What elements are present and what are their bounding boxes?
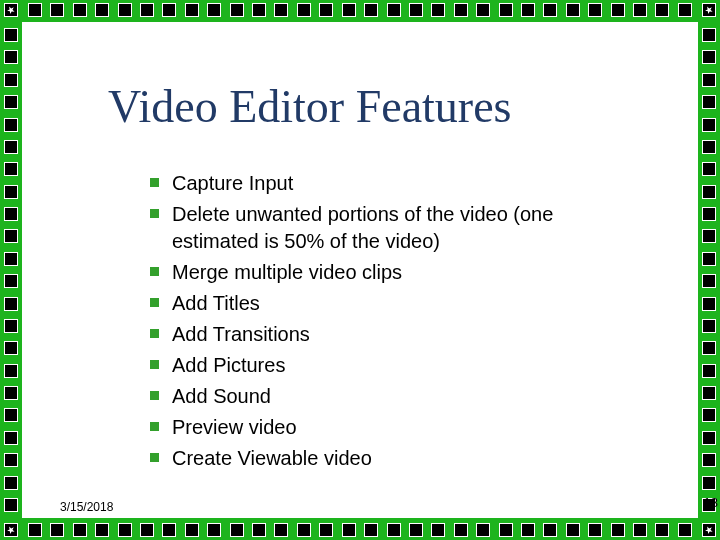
list-item: Add Titles <box>150 290 638 317</box>
sprocket-hole-icon <box>73 3 87 17</box>
bullet-text: Preview video <box>172 416 297 438</box>
sprocket-hole-icon <box>4 408 18 422</box>
sprocket-hole-icon <box>454 3 468 17</box>
sprocket-hole-icon <box>521 523 535 537</box>
sprocket-hole-icon <box>4 73 18 87</box>
corner-icon <box>702 3 716 17</box>
sprocket-hole-icon <box>95 3 109 17</box>
sprocket-hole-icon <box>499 3 513 17</box>
list-item: Preview video <box>150 414 638 441</box>
corner-icon <box>4 3 18 17</box>
sprocket-hole-icon <box>409 523 423 537</box>
sprocket-hole-icon <box>230 3 244 17</box>
sprocket-hole-icon <box>702 386 716 400</box>
bullet-text: Add Sound <box>172 385 271 407</box>
sprocket-hole-icon <box>566 523 580 537</box>
sprocket-hole-icon <box>185 3 199 17</box>
sprocket-hole-icon <box>364 523 378 537</box>
sprocket-hole-icon <box>387 523 401 537</box>
sprocket-hole-icon <box>319 523 333 537</box>
sprocket-hole-icon <box>702 453 716 467</box>
sprocket-hole-icon <box>431 523 445 537</box>
bullet-text: Add Pictures <box>172 354 285 376</box>
sprocket-hole-icon <box>678 523 692 537</box>
sprocket-hole-icon <box>702 50 716 64</box>
sprocket-hole-icon <box>4 341 18 355</box>
sprocket-hole-icon <box>207 3 221 17</box>
sprocket-hole-icon <box>4 386 18 400</box>
sprocket-hole-icon <box>702 319 716 333</box>
sprocket-hole-icon <box>702 431 716 445</box>
sprocket-hole-icon <box>252 523 266 537</box>
list-item: Capture Input <box>150 170 638 197</box>
page-number: 13 <box>704 495 718 510</box>
sprocket-hole-icon <box>633 3 647 17</box>
list-item: Delete unwanted portions of the video (o… <box>150 201 638 255</box>
sprocket-hole-icon <box>655 3 669 17</box>
sprocket-hole-icon <box>230 523 244 537</box>
sprocket-hole-icon <box>387 3 401 17</box>
sprocket-hole-icon <box>140 523 154 537</box>
sprocket-hole-icon <box>454 523 468 537</box>
sprocket-hole-icon <box>342 523 356 537</box>
sprocket-hole-icon <box>702 207 716 221</box>
sprocket-hole-icon <box>4 140 18 154</box>
sprocket-hole-icon <box>702 28 716 42</box>
sprocket-hole-icon <box>702 118 716 132</box>
sprocket-hole-icon <box>274 3 288 17</box>
sprocket-hole-icon <box>364 3 378 17</box>
sprocket-hole-icon <box>4 252 18 266</box>
sprocket-hole-icon <box>4 498 18 512</box>
sprocket-hole-icon <box>633 523 647 537</box>
sprocket-hole-icon <box>702 73 716 87</box>
list-item: Add Transitions <box>150 321 638 348</box>
corner-icon <box>702 523 716 537</box>
sprocket-hole-icon <box>543 3 557 17</box>
list-item: Merge multiple video clips <box>150 259 638 286</box>
bullet-text: Merge multiple video clips <box>172 261 402 283</box>
sprocket-hole-icon <box>28 3 42 17</box>
sprocket-hole-icon <box>702 341 716 355</box>
list-item: Add Pictures <box>150 352 638 379</box>
sprocket-hole-icon <box>274 523 288 537</box>
sprocket-hole-icon <box>4 431 18 445</box>
sprocket-hole-icon <box>543 523 557 537</box>
bullet-text: Delete unwanted portions of the video (o… <box>172 203 553 252</box>
footer-date: 3/15/2018 <box>60 500 113 514</box>
sprocket-hole-icon <box>521 3 535 17</box>
sprocket-hole-icon <box>4 453 18 467</box>
sprocket-hole-icon <box>162 3 176 17</box>
sprocket-hole-icon <box>4 118 18 132</box>
sprocket-hole-icon <box>4 28 18 42</box>
sprocket-hole-icon <box>297 3 311 17</box>
sprocket-hole-icon <box>4 95 18 109</box>
sprocket-hole-icon <box>678 3 692 17</box>
bullet-list: Capture Input Delete unwanted portions o… <box>150 170 638 476</box>
sprocket-hole-icon <box>4 229 18 243</box>
sprocket-hole-icon <box>4 364 18 378</box>
sprocket-hole-icon <box>118 3 132 17</box>
sprocket-hole-icon <box>4 274 18 288</box>
sprocket-hole-icon <box>476 523 490 537</box>
sprocket-hole-icon <box>207 523 221 537</box>
sprocket-hole-icon <box>4 50 18 64</box>
sprocket-hole-icon <box>162 523 176 537</box>
sprocket-hole-icon <box>499 523 513 537</box>
slide: Video Editor Features Capture Input Dele… <box>0 0 720 540</box>
sprocket-hole-icon <box>611 3 625 17</box>
sprocket-hole-icon <box>702 297 716 311</box>
sprocket-hole-icon <box>566 3 580 17</box>
sprocket-hole-icon <box>4 297 18 311</box>
bullet-text: Add Titles <box>172 292 260 314</box>
sprocket-hole-icon <box>4 207 18 221</box>
sprocket-hole-icon <box>588 3 602 17</box>
sprocket-hole-icon <box>252 3 266 17</box>
sprocket-hole-icon <box>319 3 333 17</box>
bullet-text: Create Viewable video <box>172 447 372 469</box>
sprocket-hole-icon <box>476 3 490 17</box>
corner-icon <box>4 523 18 537</box>
sprocket-hole-icon <box>140 3 154 17</box>
sprocket-hole-icon <box>702 252 716 266</box>
list-item: Create Viewable video <box>150 445 638 472</box>
sprocket-hole-icon <box>702 476 716 490</box>
